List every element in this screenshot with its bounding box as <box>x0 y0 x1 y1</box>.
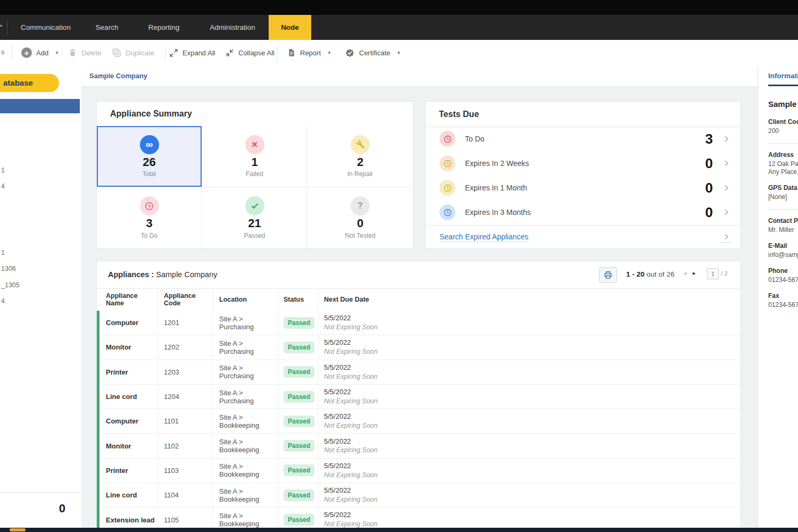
table-body: Computer 1201 Site A > Purchasing Passed… <box>97 311 741 528</box>
printer-icon <box>603 270 613 280</box>
status-badge: Passed <box>284 464 314 476</box>
toolbar-divider <box>277 45 278 61</box>
collapse-all-button[interactable]: Collapse All <box>225 40 275 65</box>
nav-divider <box>7 20 7 35</box>
summary-tile-to-do[interactable]: 3 To Do <box>97 187 202 248</box>
wrench-icon <box>351 135 370 154</box>
tests-due-title: Tests Due <box>439 110 479 119</box>
summary-tile-not-tested[interactable]: ? 0 Not Tested <box>307 187 413 248</box>
summary-tile-total[interactable]: ∞ 26 Total <box>97 126 202 187</box>
field-fax: Fax 01234-5678 <box>768 292 798 309</box>
appliances-table-card: Appliances : Sample Company 1 - 20 out o… <box>96 261 741 529</box>
appliance-summary-card: Appliance Summary ∞ 26 Total ✕ 1 Failed … <box>96 101 413 249</box>
chevron-right-icon <box>721 183 731 193</box>
tab-search[interactable]: Search <box>90 15 124 40</box>
tab-reporting[interactable]: Reporting <box>143 15 185 40</box>
tests-due-row-1-month[interactable]: Expires In 1 Month 0 <box>426 176 741 200</box>
database-button[interactable]: atabase <box>0 74 59 92</box>
report-button[interactable]: Report ▼ <box>287 40 331 65</box>
status-badge: Passed <box>284 366 314 378</box>
status-badge: Passed <box>284 391 314 403</box>
certificate-button[interactable]: Certificate ▼ <box>345 40 401 65</box>
appliance-summary-title: Appliance Summary <box>110 109 192 119</box>
tab-communication[interactable]: Communication <box>15 15 76 40</box>
column-header-next-due-date[interactable]: Next Due Date <box>319 288 741 311</box>
table-row[interactable]: Printer 1103 Site A > Bookkeeping Passed… <box>99 459 741 483</box>
page-next-button[interactable]: ▸ <box>693 270 696 277</box>
tests-due-row-to-do[interactable]: To Do 3 <box>426 127 741 151</box>
table-row[interactable]: Extension lead 1105 Site A > Bookkeeping… <box>99 508 741 529</box>
page-number-input[interactable]: 1 <box>707 268 719 279</box>
information-panel-body: Sample Company Client Code 200 Address 1… <box>768 99 798 317</box>
main-content: Sample Company Appliance Summary ∞ 26 To… <box>81 65 758 532</box>
page-prev-button[interactable]: ◂ <box>684 270 687 277</box>
chevron-right-icon <box>721 134 731 144</box>
table-row[interactable]: Line cord 1204 Site A > Purchasing Passe… <box>99 385 741 409</box>
tree-item[interactable]: 1 <box>1 167 5 174</box>
column-header-appliance-code[interactable]: Appliance Code <box>158 288 213 311</box>
search-expired-appliances-link[interactable]: Search Expired Appliances <box>426 225 741 249</box>
tab-node[interactable]: Node <box>269 15 311 40</box>
caret-down-icon[interactable]: ▼ <box>55 51 59 55</box>
clock-icon <box>439 131 455 147</box>
tests-due-row-2-weeks[interactable]: Expires In 2 Weeks 0 <box>426 151 741 176</box>
summary-tile-in-repair[interactable]: 2 In Repair <box>307 126 413 187</box>
column-header-status[interactable]: Status <box>279 288 319 311</box>
tab-information[interactable]: Information <box>768 72 798 80</box>
report-document-icon <box>287 48 296 57</box>
tests-due-row-3-months[interactable]: Expires In 3 Months 0 <box>426 200 741 225</box>
company-heading: Sample Company <box>768 99 798 109</box>
add-plus-icon: + <box>21 47 32 58</box>
field-email: E-Mail info@sample <box>768 242 798 259</box>
toolbar-cutoff-fragment: s <box>1 48 5 56</box>
bottom-scrollbar[interactable] <box>0 528 798 532</box>
delete-button[interactable]: Delete <box>68 40 102 65</box>
add-button[interactable]: + Add ▼ <box>21 40 59 65</box>
sidebar-footer-count: 0 <box>59 502 65 516</box>
information-side-panel: Information Sample Company Client Code 2… <box>758 65 798 532</box>
check-icon <box>245 196 264 215</box>
tests-due-card: Tests Due To Do 3 Expires In 2 Weeks 0 E… <box>425 101 741 249</box>
status-badge: Passed <box>284 440 314 452</box>
tree-selected-item[interactable] <box>0 99 80 113</box>
failed-x-icon: ✕ <box>245 135 264 154</box>
clock-icon <box>439 155 455 171</box>
duplicate-button[interactable]: Duplicate <box>112 40 154 65</box>
tree-item[interactable]: 1306 <box>1 265 16 272</box>
table-row[interactable]: Computer 1101 Site A > Bookkeeping Passe… <box>99 409 741 434</box>
tree-item[interactable]: 1 <box>1 249 5 256</box>
chevron-right-icon <box>721 232 731 243</box>
summary-tile-passed[interactable]: 21 Passed <box>202 187 307 248</box>
chevron-right-icon <box>721 207 731 217</box>
pagination-range: 1 - 20 out of 26 <box>626 270 675 278</box>
summary-tile-failed[interactable]: ✕ 1 Failed <box>202 126 307 187</box>
panel-divider <box>768 143 798 144</box>
expand-all-button[interactable]: Expand All <box>169 40 215 65</box>
table-column-header-row: Appliance Name Appliance Code Location S… <box>97 288 741 311</box>
page-total-label: / 2 <box>721 270 728 277</box>
table-title: Appliances : Sample Company <box>108 270 218 279</box>
print-button[interactable] <box>599 267 617 283</box>
scrollbar-thumb[interactable] <box>10 528 26 531</box>
table-row[interactable]: Line cord 1104 Site A > Bookkeeping Pass… <box>99 483 741 508</box>
breadcrumb[interactable]: Sample Company <box>89 72 147 80</box>
caret-down-icon[interactable]: ▼ <box>397 51 401 55</box>
field-gps-data: GPS Data [None] <box>768 184 798 201</box>
field-contact-person: Contact Person Mr. Miller <box>768 217 798 234</box>
tree-item[interactable]: 4 <box>1 297 5 305</box>
certificate-seal-icon <box>345 48 355 58</box>
toolbar: s + Add ▼ Delete Duplicate Expand All <box>0 40 798 66</box>
tab-administration[interactable]: Administration <box>204 15 261 40</box>
tree-item[interactable]: 4 <box>1 182 5 190</box>
caret-down-icon[interactable]: ▼ <box>327 51 331 55</box>
table-row[interactable]: Monitor 1202 Site A > Purchasing Passed … <box>99 335 741 360</box>
window-title-strip <box>0 0 798 15</box>
tree-item[interactable]: _1305 <box>1 281 20 289</box>
column-header-appliance-name[interactable]: Appliance Name <box>97 288 158 311</box>
table-row[interactable]: Monitor 1102 Site A > Bookkeeping Passed… <box>99 434 741 458</box>
status-badge: Passed <box>284 317 314 329</box>
clock-icon <box>140 196 159 215</box>
table-row[interactable]: Printer 1203 Site A > Purchasing Passed … <box>99 360 741 385</box>
column-header-location[interactable]: Location <box>213 288 279 311</box>
table-row[interactable]: Computer 1201 Site A > Purchasing Passed… <box>99 311 741 335</box>
